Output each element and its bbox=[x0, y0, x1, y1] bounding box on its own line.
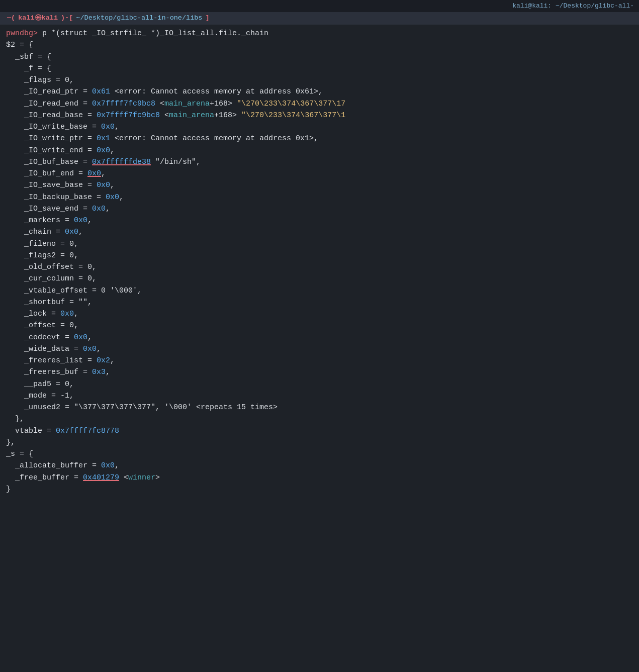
codecvt-comma: , bbox=[87, 333, 92, 342]
io-write-end-label: _IO_write_end = bbox=[6, 146, 97, 155]
chain-comma: , bbox=[78, 228, 83, 236]
kali-user: kali㉿kali bbox=[18, 13, 58, 24]
markers-val: 0x0 bbox=[74, 216, 87, 225]
kali-bracket-close: ] bbox=[205, 13, 209, 24]
io-save-end-line: _IO_save_end = 0x0, bbox=[6, 203, 633, 215]
io-read-base-offset: +168> bbox=[214, 111, 241, 120]
wide-data-comma: , bbox=[97, 345, 101, 353]
io-write-base-val: 0x0 bbox=[101, 123, 115, 131]
mode-line: _mode = -1, bbox=[6, 390, 633, 402]
codecvt-line: _codecvt = 0x0, bbox=[6, 332, 633, 343]
close-f-line: }, bbox=[6, 413, 633, 425]
io-read-ptr-line: _IO_read_ptr = 0x61 <error: Cannot acces… bbox=[6, 86, 633, 98]
io-read-base-lt: < bbox=[160, 111, 169, 120]
fileno-val: _fileno = 0, bbox=[6, 240, 78, 248]
chain-line: _chain = 0x0, bbox=[6, 226, 633, 238]
kali-prompt-close: )-[ bbox=[61, 13, 73, 24]
io-backup-base-label: _IO_backup_base = bbox=[6, 193, 106, 202]
mode-val: _mode = -1, bbox=[6, 392, 74, 400]
io-read-ptr-val: 0x61 bbox=[92, 87, 110, 96]
io-save-base-val: 0x0 bbox=[97, 181, 110, 189]
freeres-list-line: _freeres_list = 0x2, bbox=[6, 355, 633, 366]
io-read-base-label: _IO_read_base = bbox=[6, 111, 97, 120]
close-brace-line: } bbox=[6, 484, 633, 495]
freeres-list-val: 0x2 bbox=[97, 356, 110, 365]
lock-val: 0x0 bbox=[60, 310, 74, 318]
s-open-line: _s = { bbox=[6, 448, 633, 460]
alloc-buf-line: _allocate_buffer = 0x0, bbox=[6, 460, 633, 471]
io-read-end-line: _IO_read_end = 0x7ffff7fc9bc8 <main_aren… bbox=[6, 98, 633, 110]
free-buf-gt: > bbox=[155, 473, 160, 482]
io-save-base-line: _IO_save_base = 0x0, bbox=[6, 179, 633, 191]
io-buf-end-line: _IO_buf_end = 0x0, bbox=[6, 168, 633, 179]
cur-column-line: _cur_column = 0, bbox=[6, 273, 633, 284]
alloc-buf-comma: , bbox=[115, 461, 119, 470]
io-buf-end-comma: , bbox=[101, 169, 106, 178]
close-f: }, bbox=[6, 415, 24, 423]
io-buf-base-str: "/bin/sh", bbox=[151, 158, 201, 166]
chain-label: _chain = bbox=[6, 228, 65, 236]
lock-line: _lock = 0x0, bbox=[6, 308, 633, 320]
vtable-offset-line: _vtable_offset = 0 '\000', bbox=[6, 285, 633, 297]
sbf-line: _sbf = { bbox=[6, 51, 633, 63]
io-backup-base-comma: , bbox=[119, 193, 124, 202]
close-brace: } bbox=[6, 485, 11, 494]
offset-line: _offset = 0, bbox=[6, 320, 633, 331]
terminal-window: kali@kali: ~/Desktop/glibc-all- ─(kali㉿k… bbox=[0, 0, 639, 672]
flags2-val: _flags2 = 0, bbox=[6, 251, 78, 260]
unused2-line: _unused2 = "\377\377\377\377", '\000' <r… bbox=[6, 402, 633, 413]
offset-val: _offset = 0, bbox=[6, 321, 78, 330]
io-backup-base-line: _IO_backup_base = 0x0, bbox=[6, 191, 633, 203]
vtable-offset-val: _vtable_offset = 0 '\000', bbox=[6, 286, 142, 295]
freeres-list-comma: , bbox=[110, 356, 115, 365]
command-text: p *(struct _IO_strfile_ *)_IO_list_all.f… bbox=[42, 29, 268, 38]
io-read-end-str: "\270\233\374\367\377\17 bbox=[237, 100, 345, 108]
title-right: kali@kali: ~/Desktop/glibc-all- bbox=[512, 1, 634, 11]
flags2-line: _flags2 = 0, bbox=[6, 250, 633, 261]
title-bar: kali@kali: ~/Desktop/glibc-all- bbox=[0, 0, 639, 12]
chain-val: 0x0 bbox=[65, 228, 78, 236]
io-read-end-lt: < bbox=[155, 100, 164, 108]
io-read-base-arena: main_arena bbox=[169, 111, 214, 120]
vtable-line: vtable = 0x7ffff7fc8778 bbox=[6, 425, 633, 437]
io-buf-base-val: 0x7ffffffde38 bbox=[92, 158, 151, 166]
io-write-base-label: _IO_write_base = bbox=[6, 123, 101, 131]
io-buf-base-label: _IO_buf_base = bbox=[6, 158, 92, 166]
io-write-ptr-val: 0x1 bbox=[97, 134, 110, 143]
io-buf-end-val: 0x0 bbox=[87, 169, 101, 178]
cur-column-val: _cur_column = 0, bbox=[6, 274, 97, 283]
io-read-end-val: 0x7ffff7fc9bc8 bbox=[92, 100, 155, 108]
io-buf-end-label: _IO_buf_end = bbox=[6, 169, 87, 178]
free-buf-label: _free_buffer = bbox=[6, 473, 83, 482]
kali-path: ~/Desktop/glibc-all-in-one/libs bbox=[76, 13, 202, 24]
io-read-ptr-rest: <error: Cannot access memory at address … bbox=[110, 87, 323, 96]
io-save-base-comma: , bbox=[110, 181, 115, 189]
io-read-end-arena: main_arena bbox=[164, 100, 210, 108]
freeres-list-label: _freeres_list = bbox=[6, 356, 97, 365]
free-buf-line: _free_buffer = 0x401279 <winner> bbox=[6, 472, 633, 484]
io-write-end-val: 0x0 bbox=[97, 146, 110, 155]
s-open: _s = { bbox=[6, 450, 33, 458]
io-buf-base-line: _IO_buf_base = 0x7ffffffde38 "/bin/sh", bbox=[6, 156, 633, 168]
io-save-base-label: _IO_save_base = bbox=[6, 181, 97, 189]
lock-label: _lock = bbox=[6, 310, 60, 318]
old-offset-line: _old_offset = 0, bbox=[6, 261, 633, 273]
terminal-content: pwndbg> p *(struct _IO_strfile_ *)_IO_li… bbox=[0, 25, 639, 501]
io-save-end-val: 0x0 bbox=[92, 205, 106, 213]
flags-line: _flags = 0, bbox=[6, 74, 633, 86]
io-write-base-line: _IO_write_base = 0x0, bbox=[6, 121, 633, 133]
kali-bar: ─(kali㉿kali)-[~/Desktop/glibc-all-in-one… bbox=[0, 12, 639, 25]
kali-prompt: ─( bbox=[7, 13, 15, 24]
wide-data-line: _wide_data = 0x0, bbox=[6, 343, 633, 355]
dollar2: $2 = { bbox=[6, 41, 33, 49]
io-read-base-line: _IO_read_base = 0x7ffff7fc9bc8 <main_are… bbox=[6, 110, 633, 121]
old-offset-val: _old_offset = 0, bbox=[6, 263, 97, 271]
markers-label: _markers = bbox=[6, 216, 74, 225]
io-read-base-str: "\270\233\374\367\377\1 bbox=[241, 111, 345, 120]
io-save-end-label: _IO_save_end = bbox=[6, 205, 92, 213]
sbf: _sbf = { bbox=[6, 53, 51, 61]
alloc-buf-val: 0x0 bbox=[101, 461, 115, 470]
f-open: _f = { bbox=[6, 64, 51, 73]
freeres-buf-label: _freeres_buf = bbox=[6, 368, 92, 376]
prompt-line: pwndbg> p *(struct _IO_strfile_ *)_IO_li… bbox=[6, 28, 633, 39]
